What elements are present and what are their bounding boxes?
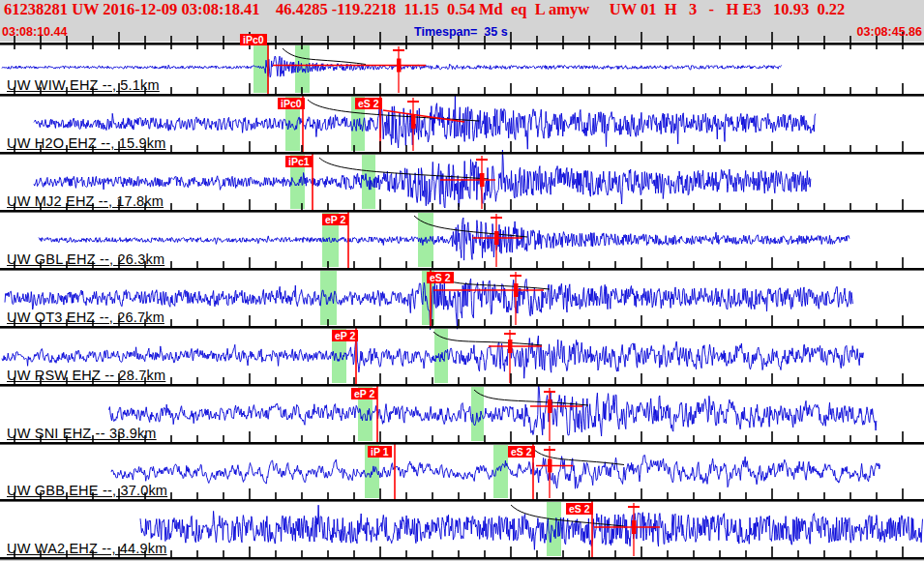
- event-summary: 61238281 UW 2016-12-09 03:08:18.41 46.42…: [4, 0, 845, 19]
- trace-divider: [0, 557, 924, 560]
- pick-flag[interactable]: iPc0: [278, 98, 305, 109]
- window-start-time: 03:08:10.44: [2, 25, 67, 39]
- pick-flag[interactable]: eP 2: [351, 388, 377, 399]
- trace-label: UW GBB EHE --, 37.0km: [7, 483, 167, 498]
- pick-flag[interactable]: iPc1: [285, 156, 313, 167]
- pick-flag[interactable]: eP 2: [332, 330, 358, 341]
- trace-label: UW WIW EHZ --, 5.1km: [7, 77, 160, 93]
- pick-flag[interactable]: eS 2: [355, 98, 382, 109]
- header-bar: 61238281 UW 2016-12-09 03:08:18.41 46.42…: [0, 0, 924, 42]
- pick-flag[interactable]: eS 2: [508, 446, 535, 458]
- trace-label: UW RSW EHZ -- 28.7km: [7, 368, 165, 383]
- trace-label: UW WA2 EHZ --, 44.9km: [7, 541, 167, 556]
- trace-label: UW OT3 EHZ --, 26.7km: [7, 310, 164, 325]
- pick-flag[interactable]: eP 2: [322, 214, 348, 225]
- trace-label: UW SNI EHZ -- 33.9km: [7, 426, 157, 441]
- pick-flag[interactable]: iPc0: [240, 34, 267, 45]
- waveform-panel: UW WIW EHZ --, 5.1kmiPc0UW H2O EHZ --, 1…: [0, 0, 924, 561]
- trace-label: UW H2O EHZ --, 15.9km: [7, 135, 166, 151]
- pick-flag[interactable]: eS 2: [566, 503, 593, 515]
- pick-flag[interactable]: iP 1: [368, 446, 392, 458]
- trace-label: UW GBL EHZ --, 26.3km: [7, 251, 164, 267]
- window-end-time: 03:08:45.86: [857, 25, 922, 39]
- time-axis-row: 03:08:10.44 Timespan= 35 s 03:08:45.86: [0, 25, 924, 41]
- trace-label: UW MJ2 EHZ --, 17.8km: [7, 193, 164, 209]
- timespan-label: Timespan= 35 s: [414, 25, 508, 39]
- pick-flag[interactable]: eS 2: [427, 272, 454, 283]
